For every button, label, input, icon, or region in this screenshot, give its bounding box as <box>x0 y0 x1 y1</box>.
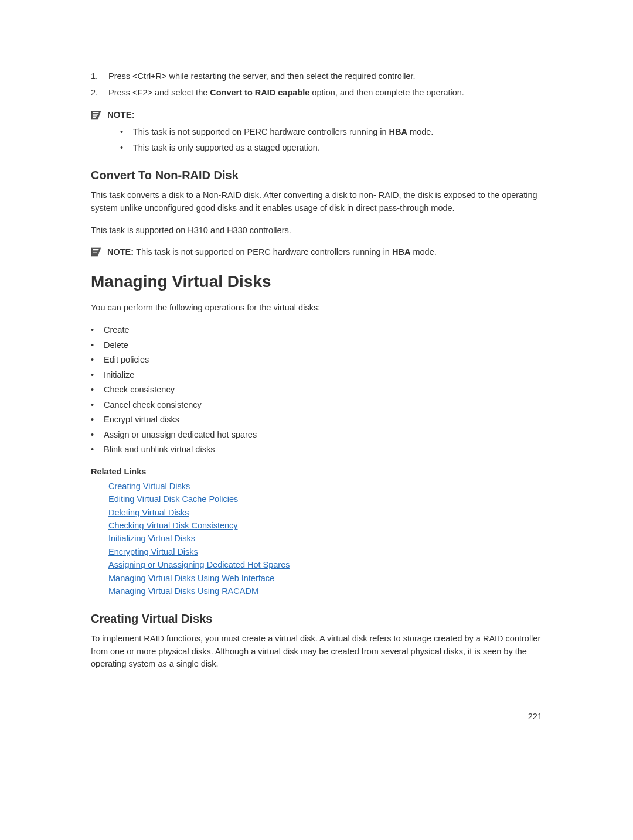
step-item: 2. Press <F2> and select the Convert to … <box>91 87 542 98</box>
step-number: 2. <box>91 87 108 98</box>
step-item: 1. Press <Ctrl+R> while restarting the s… <box>91 70 542 82</box>
related-link[interactable]: Encrypting Virtual Disks <box>108 545 542 558</box>
list-item: Edit policies <box>91 353 542 366</box>
page-content: 1. Press <Ctrl+R> while restarting the s… <box>0 0 633 756</box>
paragraph: This task is supported on H310 and H330 … <box>91 224 542 237</box>
list-item: Blink and unblink virtual disks <box>91 443 542 456</box>
steps-list: 1. Press <Ctrl+R> while restarting the s… <box>91 70 542 99</box>
list-item: Check consistency <box>91 383 542 396</box>
note-text: NOTE: This task is not supported on PERC… <box>107 246 437 258</box>
note-block: NOTE: <box>91 110 542 120</box>
page-number: 221 <box>91 712 542 721</box>
step-text: Press <F2> and select the Convert to RAI… <box>108 87 464 98</box>
related-links-list: Creating Virtual Disks Editing Virtual D… <box>91 480 542 598</box>
paragraph: This task converts a disk to a Non-RAID … <box>91 189 542 215</box>
section-heading: Creating Virtual Disks <box>91 612 542 626</box>
note-label: NOTE: <box>107 110 135 119</box>
related-link[interactable]: Managing Virtual Disks Using Web Interfa… <box>108 572 542 585</box>
list-item: Delete <box>91 339 542 351</box>
note-icon <box>91 111 101 120</box>
related-link[interactable]: Managing Virtual Disks Using RACADM <box>108 585 542 597</box>
note-icon <box>91 247 101 257</box>
related-link[interactable]: Editing Virtual Disk Cache Policies <box>108 493 542 506</box>
step-text: Press <Ctrl+R> while restarting the serv… <box>108 70 415 82</box>
note-bullets: This task is not supported on PERC hardw… <box>91 126 542 155</box>
operations-list: Create Delete Edit policies Initialize C… <box>91 323 542 456</box>
related-link[interactable]: Deleting Virtual Disks <box>108 506 542 519</box>
related-link[interactable]: Creating Virtual Disks <box>108 480 542 493</box>
paragraph: You can perform the following operations… <box>91 302 542 315</box>
related-link[interactable]: Initializing Virtual Disks <box>108 532 542 545</box>
step-number: 1. <box>91 70 108 82</box>
note-bullet-item: This task is not supported on PERC hardw… <box>120 126 542 139</box>
list-item: Encrypt virtual disks <box>91 413 542 426</box>
note-bullet-item: This task is only supported as a staged … <box>120 142 542 155</box>
list-item: Create <box>91 323 542 336</box>
related-links-heading: Related Links <box>91 467 542 476</box>
section-heading: Convert To Non-RAID Disk <box>91 169 542 182</box>
note-inline: NOTE: This task is not supported on PERC… <box>91 246 542 258</box>
list-item: Cancel check consistency <box>91 398 542 411</box>
list-item: Assign or unassign dedicated hot spares <box>91 428 542 441</box>
paragraph: To implement RAID functions, you must cr… <box>91 633 542 671</box>
list-item: Initialize <box>91 368 542 381</box>
related-link[interactable]: Assigning or Unassigning Dedicated Hot S… <box>108 558 542 571</box>
main-heading: Managing Virtual Disks <box>91 272 542 291</box>
related-link[interactable]: Checking Virtual Disk Consistency <box>108 519 542 532</box>
